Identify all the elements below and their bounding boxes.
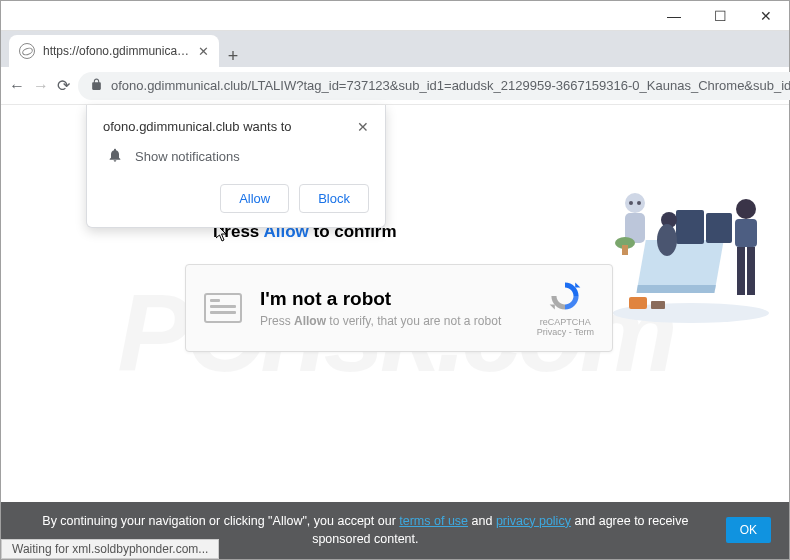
svg-marker-2 [550,305,555,310]
svg-marker-1 [576,282,581,287]
cookie-ok-button[interactable]: OK [726,517,771,543]
svg-point-10 [736,199,756,219]
fake-captcha-card[interactable]: I'm not a robot Press Allow to verify, t… [185,264,613,352]
svg-point-17 [637,201,641,205]
browser-tab[interactable]: https://ofono.gdimmunical.club/ ✕ [9,35,219,67]
minimize-button[interactable]: — [651,1,697,31]
window-titlebar: — ☐ ✕ [1,1,789,31]
svg-rect-11 [735,219,757,247]
url-text: ofono.gdimmunical.club/LTALIW?tag_id=737… [111,78,790,93]
svg-point-16 [629,201,633,205]
maximize-button[interactable]: ☐ [697,1,743,31]
notification-permission-dialog: ofono.gdimmunical.club wants to ✕ Show n… [86,105,386,228]
privacy-link[interactable]: privacy policy [496,514,571,528]
allow-button[interactable]: Allow [220,184,289,213]
recaptcha-icon [548,279,582,313]
browser-window: — ☐ ✕ https://ofono.gdimmunical.club/ ✕ … [0,0,790,560]
status-bar: Waiting for xml.soldbyphonder.com... [1,539,219,559]
svg-rect-21 [622,245,628,255]
svg-point-9 [657,224,677,256]
permission-close-icon[interactable]: ✕ [357,119,369,135]
captcha-text-block: I'm not a robot Press Allow to verify, t… [260,288,519,328]
bell-icon [107,147,123,166]
permission-label: Show notifications [135,149,240,164]
recaptcha-badge: reCAPTCHA Privacy - Term [537,279,594,337]
svg-rect-4 [637,240,724,290]
svg-rect-19 [651,301,665,309]
svg-rect-13 [747,247,755,295]
captcha-subtitle: Press Allow to verify, that you are not … [260,314,519,328]
svg-rect-12 [737,247,745,295]
reload-button[interactable]: ⟳ [57,76,70,95]
tab-title: https://ofono.gdimmunical.club/ [43,44,190,58]
close-window-button[interactable]: ✕ [743,1,789,31]
tab-strip: https://ofono.gdimmunical.club/ ✕ + [1,31,789,67]
terms-link[interactable]: terms of use [399,514,468,528]
people-desk-illustration [611,165,771,325]
block-button[interactable]: Block [299,184,369,213]
permission-origin: ofono.gdimmunical.club wants to [103,119,292,134]
svg-point-14 [625,193,645,213]
toolbar: ← → ⟳ ofono.gdimmunical.club/LTALIW?tag_… [1,67,789,105]
lock-icon [90,78,103,94]
page-content: PCrisk.com ofono.gdimmunical.club wants … [1,105,789,559]
new-tab-button[interactable]: + [219,46,247,67]
captcha-title: I'm not a robot [260,288,519,310]
tab-close-icon[interactable]: ✕ [198,44,209,59]
svg-rect-7 [706,213,732,243]
address-bar[interactable]: ofono.gdimmunical.club/LTALIW?tag_id=737… [78,72,790,100]
window-glyph-icon [204,293,242,323]
back-button[interactable]: ← [9,77,25,95]
forward-button[interactable]: → [33,77,49,95]
svg-rect-5 [636,285,715,293]
svg-rect-6 [676,210,704,244]
svg-rect-18 [629,297,647,309]
globe-icon [19,43,35,59]
